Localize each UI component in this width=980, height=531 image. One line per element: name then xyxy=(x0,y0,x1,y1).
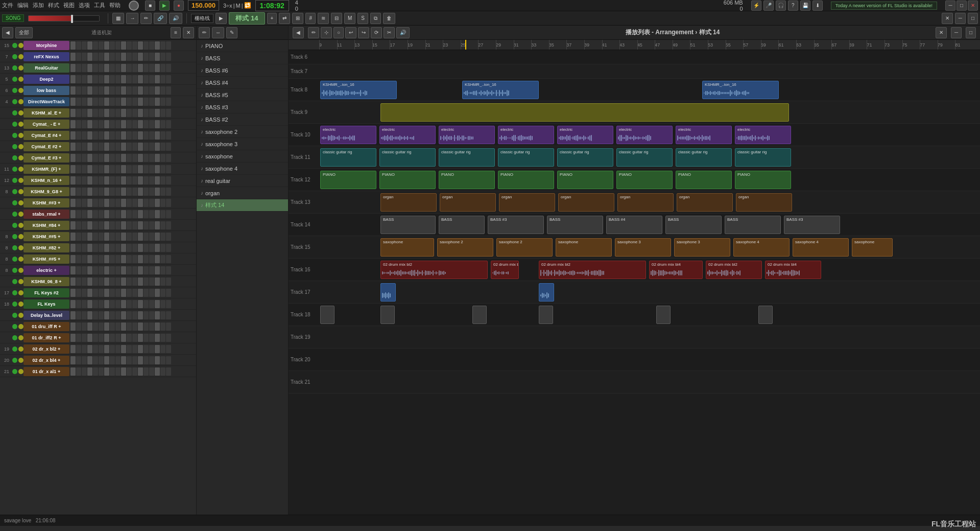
pattern-cell[interactable] xyxy=(70,86,76,95)
help-button[interactable]: ? xyxy=(788,1,798,11)
pattern-cell[interactable] xyxy=(82,266,87,274)
pattern-cell[interactable] xyxy=(166,75,171,83)
track-mute-btn[interactable] xyxy=(12,43,17,48)
pattern-cell[interactable] xyxy=(155,356,160,364)
pattern-cell[interactable] xyxy=(93,345,98,353)
arrangement-block[interactable]: BASS xyxy=(547,216,603,234)
arrangement-block[interactable]: saxophone 2 xyxy=(437,238,493,257)
stop-button[interactable]: ■ xyxy=(145,1,155,11)
pattern-cell[interactable] xyxy=(132,322,137,331)
pattern-cell[interactable] xyxy=(82,176,87,184)
arr-track-content[interactable]: classic guitar rigclassic guitar rigclas… xyxy=(319,146,980,168)
pattern-cell[interactable] xyxy=(121,98,126,106)
pattern-cell[interactable] xyxy=(115,120,121,128)
pattern-cell[interactable] xyxy=(82,210,87,218)
track-mute-btn[interactable] xyxy=(12,335,17,340)
pattern-cell[interactable] xyxy=(93,334,98,342)
pattern-cell[interactable] xyxy=(115,233,121,241)
pattern-cell[interactable] xyxy=(115,300,121,308)
pattern-cell[interactable] xyxy=(70,244,76,252)
pattern-cell[interactable] xyxy=(76,334,81,342)
pattern-cell[interactable] xyxy=(160,356,165,364)
pattern-cell[interactable] xyxy=(110,188,115,196)
pattern-cell[interactable] xyxy=(127,131,132,140)
pattern-cell[interactable] xyxy=(110,266,115,274)
track-solo-btn[interactable] xyxy=(18,313,23,318)
arr-track-content[interactable] xyxy=(319,101,980,123)
pattern-cell[interactable] xyxy=(82,300,87,308)
pattern-cell[interactable] xyxy=(104,233,109,241)
arrangement-block[interactable] xyxy=(758,306,773,324)
pattern-cell[interactable] xyxy=(70,311,76,319)
pattern-cell[interactable] xyxy=(155,322,160,331)
arrangement-block[interactable]: BASS #3 xyxy=(488,216,544,234)
pattern-cell[interactable] xyxy=(132,199,137,207)
pattern-cell[interactable] xyxy=(149,176,154,184)
pattern-cell[interactable] xyxy=(93,244,98,252)
pattern-cell[interactable] xyxy=(155,210,160,218)
pattern-cell[interactable] xyxy=(93,53,98,61)
pattern-cell[interactable] xyxy=(127,311,132,319)
pattern-cell[interactable] xyxy=(160,154,165,162)
pattern-cell[interactable] xyxy=(115,75,121,83)
arr-track-content[interactable] xyxy=(319,281,980,303)
pattern-cell[interactable] xyxy=(166,41,171,50)
track-name-label[interactable]: Cymat_ - E + xyxy=(23,120,69,129)
pattern-grid-btn[interactable]: ▦ xyxy=(112,13,124,24)
pattern-cell[interactable] xyxy=(127,289,132,297)
pattern-cell[interactable] xyxy=(87,334,92,342)
track-name-label[interactable]: Morphine xyxy=(23,41,69,50)
pattern-cell[interactable] xyxy=(87,210,92,218)
pattern-cell[interactable] xyxy=(144,367,149,376)
arr-back-btn[interactable]: ◀ xyxy=(293,27,304,38)
pattern-cell[interactable] xyxy=(160,199,165,207)
pattern-cell[interactable] xyxy=(76,311,81,319)
track-mute-btn[interactable] xyxy=(12,99,17,104)
pattern-cell[interactable] xyxy=(93,143,98,151)
pattern-cell[interactable] xyxy=(110,165,115,173)
pattern-cell[interactable] xyxy=(121,345,126,353)
pattern-cell[interactable] xyxy=(70,64,76,72)
pattern-cell[interactable] xyxy=(104,154,109,162)
track-mute-btn[interactable] xyxy=(12,279,17,284)
pattern-cell[interactable] xyxy=(144,154,149,162)
pattern-cell[interactable] xyxy=(149,244,154,252)
track-mute-btn[interactable] xyxy=(12,189,17,194)
pattern-cell[interactable] xyxy=(138,266,143,274)
track-solo-btn[interactable] xyxy=(18,324,23,329)
pattern-cell[interactable] xyxy=(110,109,115,117)
track-mute-btn[interactable] xyxy=(12,212,17,217)
solo-btn[interactable]: S xyxy=(357,13,368,24)
pattern-cell[interactable] xyxy=(155,266,160,274)
pattern-cell[interactable] xyxy=(127,188,132,196)
arrangement-block[interactable]: electric xyxy=(676,126,732,144)
track-mute-btn[interactable] xyxy=(12,144,17,149)
pattern-cell[interactable] xyxy=(144,356,149,364)
track-solo-btn[interactable] xyxy=(18,88,23,93)
pattern-cell[interactable] xyxy=(127,255,132,263)
pattern-cell[interactable] xyxy=(166,120,171,128)
pattern-cell[interactable] xyxy=(149,75,154,83)
pattern-cell[interactable] xyxy=(121,86,126,95)
pattern-cell[interactable] xyxy=(110,289,115,297)
pattern-cell[interactable] xyxy=(144,278,149,286)
maximize-button[interactable]: □ xyxy=(957,1,967,11)
track-name-label[interactable]: KSHMR_(F) + xyxy=(23,165,69,174)
pattern-cell[interactable] xyxy=(127,109,132,117)
track-mute-btn[interactable] xyxy=(12,167,17,172)
pattern-cell[interactable] xyxy=(93,86,98,95)
draw-tool-btn[interactable]: ✎ xyxy=(226,27,237,38)
arrangement-block[interactable] xyxy=(539,306,553,324)
pattern-cell[interactable] xyxy=(104,86,109,95)
pattern-cell[interactable] xyxy=(93,289,98,297)
track-name-label[interactable]: low bass xyxy=(23,86,69,95)
pattern-cell[interactable] xyxy=(76,255,81,263)
pattern-cell[interactable] xyxy=(132,255,137,263)
pattern-cell[interactable] xyxy=(144,165,149,173)
pattern-cell[interactable] xyxy=(160,120,165,128)
pattern-cell[interactable] xyxy=(104,131,109,140)
pattern-cell[interactable] xyxy=(82,53,87,61)
arrangement-block[interactable]: classic guitar rig xyxy=(498,148,554,167)
pattern-cell[interactable] xyxy=(115,278,121,286)
pattern-cell[interactable] xyxy=(93,75,98,83)
